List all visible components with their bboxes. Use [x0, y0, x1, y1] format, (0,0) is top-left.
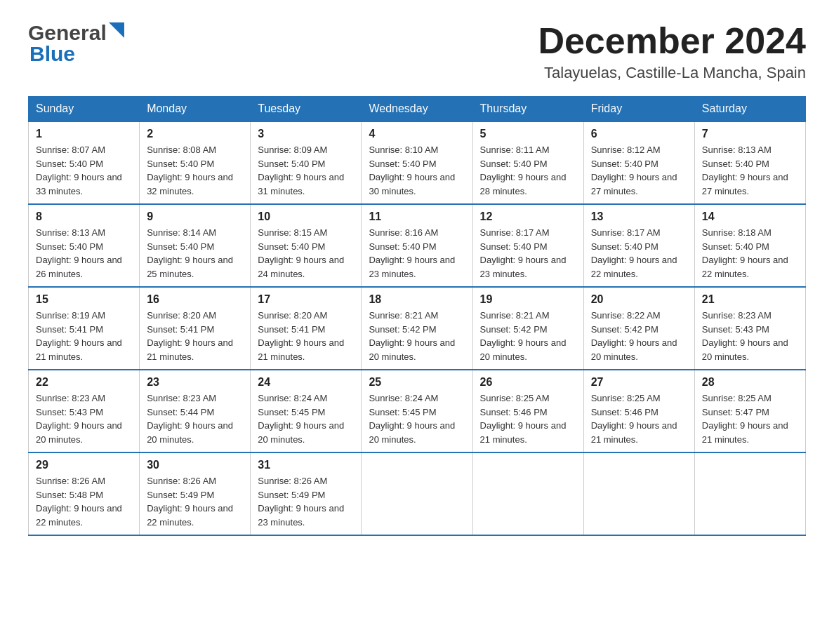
day-info: Sunrise: 8:18 AM Sunset: 5:40 PM Dayligh… — [702, 226, 798, 281]
title-block: December 2024 Talayuelas, Castille-La Ma… — [538, 21, 806, 82]
calendar-cell: 30 Sunrise: 8:26 AM Sunset: 5:49 PM Dayl… — [140, 452, 251, 535]
day-number: 18 — [369, 293, 465, 306]
calendar-cell: 12 Sunrise: 8:17 AM Sunset: 5:40 PM Dayl… — [472, 204, 583, 287]
day-info: Sunrise: 8:10 AM Sunset: 5:40 PM Dayligh… — [369, 143, 465, 198]
day-info: Sunrise: 8:09 AM Sunset: 5:40 PM Dayligh… — [258, 143, 354, 198]
calendar-cell: 26 Sunrise: 8:25 AM Sunset: 5:46 PM Dayl… — [472, 370, 583, 452]
calendar-week-row: 1 Sunrise: 8:07 AM Sunset: 5:40 PM Dayli… — [29, 121, 806, 204]
location-subtitle: Talayuelas, Castille-La Mancha, Spain — [538, 64, 806, 82]
day-info: Sunrise: 8:26 AM Sunset: 5:49 PM Dayligh… — [147, 474, 243, 529]
calendar-cell: 29 Sunrise: 8:26 AM Sunset: 5:48 PM Dayl… — [29, 452, 140, 535]
day-number: 17 — [258, 293, 354, 306]
calendar-cell: 31 Sunrise: 8:26 AM Sunset: 5:49 PM Dayl… — [251, 452, 362, 535]
day-info: Sunrise: 8:16 AM Sunset: 5:40 PM Dayligh… — [369, 226, 465, 281]
day-number: 3 — [258, 128, 354, 140]
calendar-header-friday: Friday — [583, 97, 694, 122]
day-info: Sunrise: 8:11 AM Sunset: 5:40 PM Dayligh… — [480, 143, 576, 198]
day-number: 26 — [480, 376, 576, 389]
day-number: 30 — [147, 459, 243, 471]
day-number: 14 — [702, 210, 798, 223]
day-info: Sunrise: 8:25 AM Sunset: 5:46 PM Dayligh… — [480, 391, 576, 446]
day-info: Sunrise: 8:17 AM Sunset: 5:40 PM Dayligh… — [480, 226, 576, 281]
day-number: 20 — [591, 293, 687, 306]
day-info: Sunrise: 8:23 AM Sunset: 5:43 PM Dayligh… — [702, 309, 798, 363]
calendar-header-thursday: Thursday — [472, 97, 583, 122]
day-info: Sunrise: 8:13 AM Sunset: 5:40 PM Dayligh… — [36, 226, 132, 281]
calendar-cell: 15 Sunrise: 8:19 AM Sunset: 5:41 PM Dayl… — [29, 287, 140, 370]
day-number: 7 — [702, 128, 798, 140]
day-info: Sunrise: 8:24 AM Sunset: 5:45 PM Dayligh… — [258, 391, 354, 446]
calendar-cell: 14 Sunrise: 8:18 AM Sunset: 5:40 PM Dayl… — [694, 204, 805, 287]
logo-blue-text: Blue — [29, 42, 75, 66]
calendar-cell: 23 Sunrise: 8:23 AM Sunset: 5:44 PM Dayl… — [140, 370, 251, 452]
day-info: Sunrise: 8:08 AM Sunset: 5:40 PM Dayligh… — [147, 143, 243, 198]
calendar-header-monday: Monday — [140, 97, 251, 122]
day-number: 10 — [258, 210, 354, 223]
calendar-cell: 10 Sunrise: 8:15 AM Sunset: 5:40 PM Dayl… — [251, 204, 362, 287]
calendar-cell: 19 Sunrise: 8:21 AM Sunset: 5:42 PM Dayl… — [472, 287, 583, 370]
day-number: 12 — [480, 210, 576, 223]
calendar-cell: 22 Sunrise: 8:23 AM Sunset: 5:43 PM Dayl… — [29, 370, 140, 452]
day-number: 27 — [591, 376, 687, 389]
day-info: Sunrise: 8:14 AM Sunset: 5:40 PM Dayligh… — [147, 226, 243, 281]
day-info: Sunrise: 8:25 AM Sunset: 5:47 PM Dayligh… — [702, 391, 798, 446]
logo-triangle-icon — [109, 22, 124, 38]
day-info: Sunrise: 8:20 AM Sunset: 5:41 PM Dayligh… — [258, 309, 354, 363]
day-number: 6 — [591, 128, 687, 140]
day-number: 21 — [702, 293, 798, 306]
calendar-header-wednesday: Wednesday — [362, 97, 472, 122]
calendar-week-row: 29 Sunrise: 8:26 AM Sunset: 5:48 PM Dayl… — [29, 452, 806, 535]
calendar-cell: 27 Sunrise: 8:25 AM Sunset: 5:46 PM Dayl… — [583, 370, 694, 452]
calendar-cell: 20 Sunrise: 8:22 AM Sunset: 5:42 PM Dayl… — [583, 287, 694, 370]
day-number: 24 — [258, 376, 354, 389]
calendar-week-row: 22 Sunrise: 8:23 AM Sunset: 5:43 PM Dayl… — [29, 370, 806, 452]
calendar-cell: 17 Sunrise: 8:20 AM Sunset: 5:41 PM Dayl… — [251, 287, 362, 370]
day-number: 31 — [258, 459, 354, 471]
calendar-cell: 1 Sunrise: 8:07 AM Sunset: 5:40 PM Dayli… — [29, 121, 140, 204]
calendar-cell: 8 Sunrise: 8:13 AM Sunset: 5:40 PM Dayli… — [29, 204, 140, 287]
day-number: 16 — [147, 293, 243, 306]
day-info: Sunrise: 8:12 AM Sunset: 5:40 PM Dayligh… — [591, 143, 687, 198]
calendar-cell: 5 Sunrise: 8:11 AM Sunset: 5:40 PM Dayli… — [472, 121, 583, 204]
page-header: General Blue December 2024 Talayuelas, C… — [28, 21, 806, 82]
day-number: 11 — [369, 210, 465, 223]
day-number: 22 — [36, 376, 132, 389]
logo: General Blue — [28, 21, 124, 66]
calendar-header-sunday: Sunday — [29, 97, 140, 122]
day-number: 1 — [36, 128, 132, 140]
calendar-cell — [694, 452, 805, 535]
day-number: 15 — [36, 293, 132, 306]
calendar-cell: 9 Sunrise: 8:14 AM Sunset: 5:40 PM Dayli… — [140, 204, 251, 287]
calendar-cell: 18 Sunrise: 8:21 AM Sunset: 5:42 PM Dayl… — [362, 287, 472, 370]
day-info: Sunrise: 8:15 AM Sunset: 5:40 PM Dayligh… — [258, 226, 354, 281]
day-info: Sunrise: 8:17 AM Sunset: 5:40 PM Dayligh… — [591, 226, 687, 281]
month-title: December 2024 — [538, 21, 806, 61]
calendar-header-tuesday: Tuesday — [251, 97, 362, 122]
day-number: 25 — [369, 376, 465, 389]
day-number: 28 — [702, 376, 798, 389]
day-info: Sunrise: 8:26 AM Sunset: 5:49 PM Dayligh… — [258, 474, 354, 529]
day-info: Sunrise: 8:13 AM Sunset: 5:40 PM Dayligh… — [702, 143, 798, 198]
calendar-cell: 2 Sunrise: 8:08 AM Sunset: 5:40 PM Dayli… — [140, 121, 251, 204]
day-number: 8 — [36, 210, 132, 223]
calendar-cell: 4 Sunrise: 8:10 AM Sunset: 5:40 PM Dayli… — [362, 121, 472, 204]
svg-marker-0 — [109, 22, 124, 38]
calendar-cell: 24 Sunrise: 8:24 AM Sunset: 5:45 PM Dayl… — [251, 370, 362, 452]
calendar-cell: 28 Sunrise: 8:25 AM Sunset: 5:47 PM Dayl… — [694, 370, 805, 452]
day-info: Sunrise: 8:19 AM Sunset: 5:41 PM Dayligh… — [36, 309, 132, 363]
day-number: 29 — [36, 459, 132, 471]
day-info: Sunrise: 8:23 AM Sunset: 5:43 PM Dayligh… — [36, 391, 132, 446]
calendar-cell — [583, 452, 694, 535]
day-number: 5 — [480, 128, 576, 140]
day-number: 2 — [147, 128, 243, 140]
calendar-cell: 3 Sunrise: 8:09 AM Sunset: 5:40 PM Dayli… — [251, 121, 362, 204]
day-info: Sunrise: 8:23 AM Sunset: 5:44 PM Dayligh… — [147, 391, 243, 446]
calendar-table: SundayMondayTuesdayWednesdayThursdayFrid… — [28, 96, 806, 536]
day-info: Sunrise: 8:20 AM Sunset: 5:41 PM Dayligh… — [147, 309, 243, 363]
day-info: Sunrise: 8:07 AM Sunset: 5:40 PM Dayligh… — [36, 143, 132, 198]
day-info: Sunrise: 8:21 AM Sunset: 5:42 PM Dayligh… — [369, 309, 465, 363]
calendar-week-row: 15 Sunrise: 8:19 AM Sunset: 5:41 PM Dayl… — [29, 287, 806, 370]
calendar-week-row: 8 Sunrise: 8:13 AM Sunset: 5:40 PM Dayli… — [29, 204, 806, 287]
calendar-cell: 6 Sunrise: 8:12 AM Sunset: 5:40 PM Dayli… — [583, 121, 694, 204]
day-number: 4 — [369, 128, 465, 140]
